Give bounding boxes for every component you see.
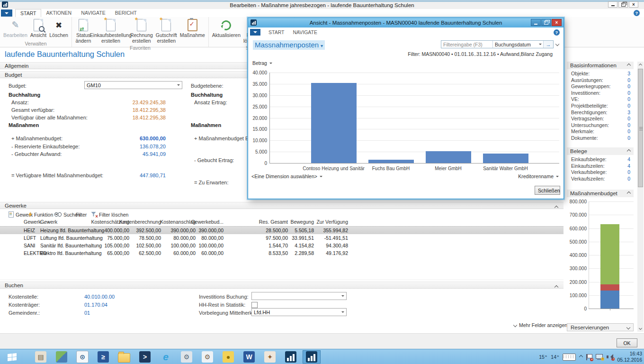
gemeindenr-value[interactable]: 01: [84, 310, 90, 316]
ribbon-button-maßnahme[interactable]: ✓Maßnahme: [179, 18, 206, 39]
table-row[interactable]: HEIZHeizung lfd. Bauunterhaltung400.000,…: [0, 227, 564, 235]
basisinfo-item[interactable]: Projektbeteiligte:0: [567, 103, 634, 109]
gesamt-verfuegbar-value[interactable]: 18.412.295,38: [104, 107, 166, 113]
basisinfo-item[interactable]: VE:0: [567, 96, 634, 103]
window-group-badge[interactable]: 15»: [539, 354, 547, 360]
ok-button[interactable]: OK: [617, 338, 637, 347]
ribbon-button-ansicht[interactable]: Ansicht: [29, 18, 48, 39]
minimize-button[interactable]: [608, 1, 617, 8]
stack-segment-2[interactable]: [600, 284, 619, 291]
column-header-1[interactable]: Gewerk...▲: [24, 219, 40, 225]
toolbar-filter-löschen[interactable]: ×Filter löschen: [91, 211, 128, 218]
section-header-gewerke[interactable]: Gewerke: [0, 202, 564, 209]
factbox-header-belege[interactable]: Belege: [567, 147, 634, 155]
scroll-up-button[interactable]: [637, 62, 644, 68]
kostenstelle-value[interactable]: 40.010.00.00: [84, 294, 115, 300]
apply-filter-button[interactable]: →: [543, 41, 553, 48]
measure-dropdown[interactable]: Betrag: [252, 60, 272, 66]
vorbelegung-select[interactable]: Lfd.HH: [251, 308, 347, 316]
basisinfo-item[interactable]: Vertragszeilen:0: [567, 116, 634, 122]
factbox-header-massnahmenbudget[interactable]: Maßnahmenbudget: [567, 190, 634, 197]
basisinfo-item[interactable]: Gewerkegruppen:0: [567, 83, 634, 90]
show-more-fields-link[interactable]: Mehr Felder anzeigen: [514, 322, 567, 328]
taskbar-icon-search-document[interactable]: ⊙: [73, 350, 91, 364]
collapse-filter-pane-icon[interactable]: [555, 42, 559, 46]
touch-keyboard-icon[interactable]: [563, 354, 576, 361]
basisinfo-value[interactable]: 0: [627, 83, 630, 90]
toolbar-filter[interactable]: Filter: [76, 211, 87, 218]
volume-icon[interactable]: ×: [607, 354, 613, 360]
tab-start[interactable]: START: [15, 9, 41, 17]
basisinfo-value[interactable]: 0: [627, 90, 630, 97]
restore-button[interactable]: [541, 19, 551, 26]
scrollbar-thumb[interactable]: [638, 69, 643, 187]
basisinfo-value[interactable]: 0: [627, 116, 630, 122]
taskbar-icon-word[interactable]: W: [240, 350, 258, 364]
belege-item[interactable]: Einkaufszeilen:4: [567, 163, 634, 170]
investitions-buchung-select[interactable]: [251, 292, 347, 300]
belege-value[interactable]: 4: [627, 163, 630, 170]
belege-item[interactable]: Verkaufszeilen:0: [567, 176, 634, 182]
close-button[interactable]: ×: [629, 1, 638, 8]
taskbar-icon-developer-tools[interactable]: ✦: [261, 350, 279, 364]
table-row[interactable]: SANISanitär lfd. Bauunterhaltung105.000,…: [0, 242, 564, 250]
chart-bar-3[interactable]: [426, 151, 471, 163]
minimize-button[interactable]: [531, 19, 541, 26]
taskbar-icon-visual-studio[interactable]: [53, 350, 71, 364]
basisinfo-value[interactable]: 0: [627, 128, 630, 135]
gebuchter-aufwand-value[interactable]: 45.941,09: [104, 151, 166, 157]
taskbar-icon-server-manager[interactable]: ▤: [32, 350, 50, 364]
application-menu-button[interactable]: [250, 29, 260, 36]
basisinfo-value[interactable]: 0: [627, 122, 630, 129]
clock[interactable]: 16:4305.12.2016: [617, 351, 642, 363]
basisinfo-item[interactable]: Berechtigungen:3: [567, 109, 634, 116]
table-row[interactable]: LÜFTLüftung lfd. Bauunterhaltung75.000,0…: [0, 234, 564, 242]
ribbon-button-bearbeiten[interactable]: ✎Bearbeiten: [2, 18, 29, 39]
ribbon-button-gutschrift-erstellen[interactable]: *Gutschrift erstellen: [154, 18, 179, 44]
taskbar-icon-dynamics-nav-active[interactable]: [303, 350, 321, 364]
verfuegbare-mittel-value[interactable]: 447.980,71: [104, 173, 166, 178]
dimension-dropdown[interactable]: <Eine Dimension auswählen>: [251, 173, 322, 179]
belege-item[interactable]: Einkaufsbelege:4: [567, 156, 634, 163]
basisinfo-value[interactable]: 0: [627, 135, 630, 142]
taskbar-icon-dynamics-nav[interactable]: [282, 350, 300, 364]
basisinfo-item[interactable]: Ausrüstungen:0: [567, 77, 634, 84]
belege-item[interactable]: Verkaufsbelege:0: [567, 169, 634, 176]
filter-input[interactable]: [441, 41, 492, 48]
application-menu-button[interactable]: [1, 9, 12, 17]
chart-bar-1[interactable]: [311, 83, 357, 163]
xaxis-dropdown[interactable]: Kreditorenname: [518, 173, 559, 179]
taskbar-icon-internet-explorer[interactable]: e: [157, 350, 175, 364]
factbox-header-basisinformationen[interactable]: Basisinformationen: [567, 62, 634, 69]
help-icon[interactable]: ?: [554, 29, 560, 36]
start-button[interactable]: [4, 351, 20, 363]
budget-select[interactable]: GM10: [84, 81, 182, 89]
ansatz-value[interactable]: 23.429.245,38: [104, 100, 166, 105]
section-header-buchen[interactable]: Buchen: [0, 282, 564, 289]
table-row[interactable]: ELEKTROElektro lfd. Bauunterhaltung65.00…: [0, 249, 564, 257]
basisinfo-value[interactable]: 0: [627, 77, 630, 84]
ribbon-button-aktualisieren[interactable]: Aktualisieren: [211, 18, 242, 39]
collapse-icon[interactable]: [555, 285, 558, 289]
basisinfo-item[interactable]: Merkmale:0: [567, 128, 634, 135]
column-header-9[interactable]: Zur Verfügung: [303, 219, 348, 225]
toolbar-funktion[interactable]: Funktion: [28, 211, 58, 218]
basisinfo-item[interactable]: Untersuchungen:0: [567, 122, 634, 129]
basisinfo-value[interactable]: 0: [627, 96, 630, 103]
tab-aktionen[interactable]: AKTIONEN: [41, 9, 76, 17]
basisinfo-item[interactable]: Objekte:3: [567, 71, 634, 77]
close-dialog-button[interactable]: Schließen: [535, 186, 560, 195]
verfuegbar-alle-value[interactable]: 18.412.295,38: [104, 115, 166, 120]
taskbar-icon-powershell[interactable]: >: [136, 350, 154, 364]
basisinfo-value[interactable]: 3: [627, 109, 630, 116]
dialog-tab-start[interactable]: START: [264, 29, 288, 36]
taskbar-icon-file-explorer[interactable]: [115, 350, 133, 364]
basisinfo-value[interactable]: 0: [627, 103, 630, 109]
scroll-down-button[interactable]: [637, 326, 644, 332]
basisinfo-item[interactable]: Dokumente:0: [567, 135, 634, 142]
taskbar-icon-services[interactable]: ⚙: [198, 350, 216, 364]
action-center-icon[interactable]: ×: [586, 354, 592, 360]
dialog-tab-navigate[interactable]: NAVIGATE: [288, 29, 322, 36]
chart-bar-2[interactable]: [368, 160, 414, 163]
kostentraeger-value[interactable]: 01.170.04: [84, 302, 107, 308]
